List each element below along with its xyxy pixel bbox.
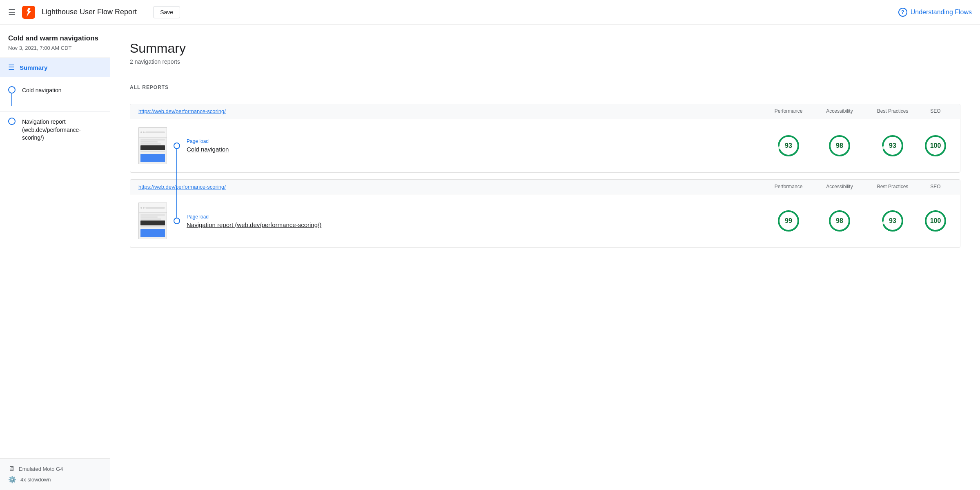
sidebar-meta: Cold and warm navigations Nov 3, 2021, 7… (0, 24, 110, 58)
gauge-circle: 99 (776, 209, 801, 233)
project-title: Cold and warm navigations (8, 34, 102, 42)
thumb-line (140, 143, 161, 145)
thumb-content (139, 213, 167, 239)
summary-nav-label: Summary (20, 64, 47, 71)
divider (130, 97, 960, 97)
thumb-dot (143, 207, 145, 209)
thumb-dot (140, 131, 142, 133)
header: ☰ Lighthouse User Flow Report Save ? Und… (0, 0, 980, 24)
thumb-top (139, 203, 167, 213)
report-thumbnail-0 (138, 127, 167, 164)
all-reports-label: ALL REPORTS (130, 85, 960, 90)
report-score-0-1: 98 (813, 134, 866, 158)
score-gauge: 98 (827, 209, 852, 233)
report-score-0-0: 93 (764, 134, 813, 158)
report-type-label-1: Page load (187, 214, 764, 220)
nav-dot-1 (8, 86, 16, 94)
score-gauge: 93 (880, 134, 905, 158)
report-name-0[interactable]: Cold navigation (187, 146, 764, 153)
device-label-1: 4x slowdown (20, 477, 51, 483)
report-info-text-0: Page load Cold navigation (187, 138, 764, 153)
content-area: Summary 2 navigation reports ALL REPORTS… (110, 24, 980, 490)
thumb-line (140, 214, 165, 216)
device-item-0: 🖥 Emulated Moto G4 (8, 465, 102, 472)
gauge-value: 98 (836, 217, 843, 225)
device-label-0: Emulated Moto G4 (19, 466, 63, 472)
project-date: Nov 3, 2021, 7:00 AM CDT (8, 45, 102, 51)
thumb-top (139, 128, 167, 138)
gauge-value: 98 (836, 142, 843, 149)
sidebar-item-summary[interactable]: ☰ Summary (0, 58, 110, 77)
report-score-1-0: 99 (764, 209, 813, 233)
gauge-circle: 93 (776, 134, 801, 158)
thumb-line (140, 141, 158, 143)
nav-timeline-1 (8, 86, 16, 106)
main-layout: Cold and warm navigations Nov 3, 2021, 7… (0, 24, 980, 490)
report-info-0: Page load Cold navigation 93 (187, 134, 952, 158)
gauge-value: 93 (889, 142, 896, 149)
nav-timeline-2 (8, 118, 16, 125)
report-card-0: https://web.dev/performance-scoring/Perf… (130, 104, 960, 173)
sidebar: Cold and warm navigations Nov 3, 2021, 7… (0, 24, 110, 490)
connector-line (176, 149, 177, 218)
thumb-blue-block (140, 154, 165, 162)
report-name-1[interactable]: Navigation report (web.dev/performance-s… (187, 221, 764, 228)
thumb-line (140, 139, 165, 140)
gauge-value: 93 (889, 217, 896, 225)
report-col-header-0-0: Performance (764, 108, 813, 115)
score-gauge: 93 (880, 209, 905, 233)
report-col-header-1-0: Performance (764, 184, 813, 190)
report-score-0-3: 100 (919, 134, 952, 158)
gauge-value: 100 (930, 142, 941, 149)
report-url-0[interactable]: https://web.dev/performance-scoring/ (138, 108, 764, 114)
nav-line-1 (11, 94, 12, 106)
dot-circle-0 (174, 143, 180, 149)
thumb-dark-block (140, 145, 165, 150)
gauge-circle: 93 (880, 209, 905, 233)
gauge-value: 93 (785, 142, 792, 149)
report-col-header-1-2: Best Practices (866, 184, 919, 190)
understanding-flows-label: Understanding Flows (911, 9, 972, 16)
understanding-flows-link[interactable]: ? Understanding Flows (898, 8, 972, 17)
thumb-bar (145, 207, 165, 209)
thumb-dot (143, 131, 145, 133)
sidebar-item-cold-nav[interactable]: Cold navigation (0, 80, 110, 112)
list-icon: ☰ (8, 63, 15, 72)
gauge-value: 100 (930, 217, 941, 225)
thumb-line (140, 151, 165, 152)
thumb-line (140, 226, 165, 227)
gauge-value: 99 (785, 217, 792, 225)
sidebar-item-cold-nav-label: Cold navigation (22, 86, 62, 95)
gauge-circle: 100 (923, 209, 948, 233)
sidebar-item-nav-report-label: Navigation report (web.dev/performance-s… (22, 118, 102, 142)
score-gauge: 100 (923, 134, 948, 158)
report-thumbnail-1 (138, 203, 167, 239)
gauge-circle: 100 (923, 134, 948, 158)
report-dot-0 (174, 143, 180, 149)
menu-icon[interactable]: ☰ (8, 7, 16, 17)
app-title: Lighthouse User Flow Report (42, 8, 137, 16)
gauge-circle: 98 (827, 209, 852, 233)
report-score-1-2: 93 (866, 209, 919, 233)
gauge-circle: 98 (827, 134, 852, 158)
thumb-line (140, 216, 158, 218)
sidebar-item-nav-report[interactable]: Navigation report (web.dev/performance-s… (0, 112, 110, 148)
lighthouse-logo-icon (22, 6, 35, 19)
report-col-header-1-3: SEO (919, 184, 952, 190)
report-col-header-0-1: Accessibility (813, 108, 866, 115)
thumb-bar (145, 131, 165, 133)
gear-icon: ⚙️ (8, 476, 16, 483)
report-header-row-1: https://web.dev/performance-scoring/Perf… (130, 180, 960, 195)
thumb-content (139, 138, 167, 164)
report-type-label-0: Page load (187, 138, 764, 144)
monitor-icon: 🖥 (8, 465, 15, 472)
help-icon: ? (898, 8, 907, 17)
report-body-0: Page load Cold navigation 93 (130, 119, 960, 172)
score-gauge: 99 (776, 209, 801, 233)
report-url-1[interactable]: https://web.dev/performance-scoring/ (138, 184, 764, 190)
device-info: 🖥 Emulated Moto G4 ⚙️ 4x slowdown (0, 458, 110, 490)
report-col-header-1-1: Accessibility (813, 184, 866, 190)
dot-circle-1 (174, 218, 180, 224)
save-button[interactable]: Save (153, 6, 180, 18)
report-score-1-3: 100 (919, 209, 952, 233)
